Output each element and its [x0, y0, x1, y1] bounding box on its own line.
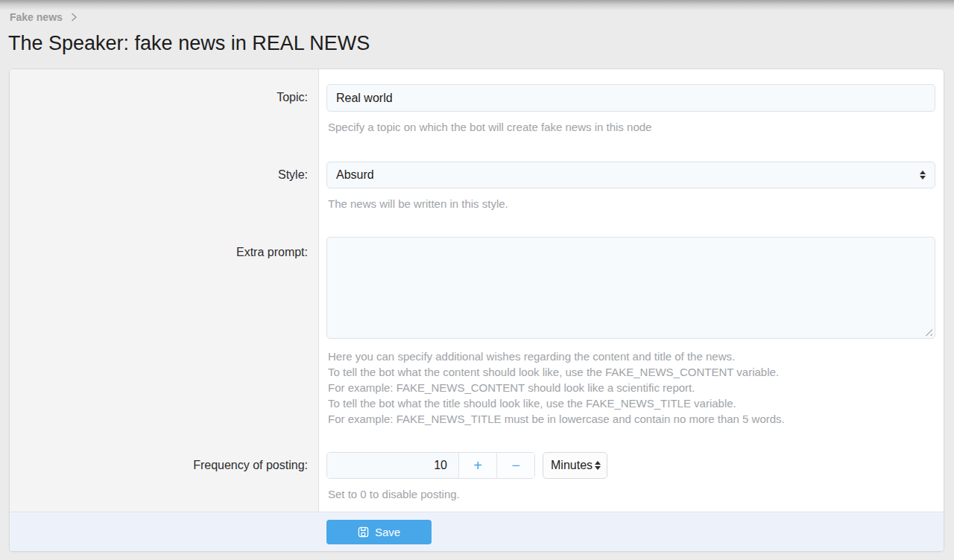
- save-button-label: Save: [375, 526, 400, 538]
- minus-icon: −: [511, 458, 520, 473]
- label-sidebar: Topic: Style: Extra prompt: Frequency of…: [10, 69, 319, 512]
- help-line: For example: FAKE_NEWS_TITLE must be in …: [328, 411, 935, 427]
- form-card: Topic: Style: Extra prompt: Frequency of…: [9, 69, 944, 552]
- extra-prompt-wrapper: [326, 237, 935, 339]
- help-line: Here you can specify additional wishes r…: [328, 349, 935, 364]
- frequency-help: Set to 0 to disable posting.: [328, 487, 935, 502]
- extra-prompt-textarea[interactable]: [327, 238, 935, 338]
- frequency-unit-value: Minutes: [551, 459, 593, 472]
- topic-input[interactable]: [326, 84, 935, 112]
- breadcrumb: Fake news: [10, 11, 78, 23]
- frequency-row: + − Minutes: [326, 452, 935, 479]
- style-help: The news will be written in this style.: [328, 197, 935, 211]
- top-shadow: [0, 0, 954, 10]
- save-icon: [358, 526, 369, 538]
- style-select[interactable]: Absurd: [326, 162, 935, 188]
- breadcrumb-chevron-icon: [71, 13, 78, 22]
- frequency-input[interactable]: [327, 453, 459, 478]
- increment-button[interactable]: +: [459, 453, 497, 478]
- extra-prompt-help: Here you can specify additional wishes r…: [328, 349, 935, 427]
- style-select-value: Absurd: [336, 168, 374, 182]
- plus-icon: +: [473, 458, 482, 473]
- save-button[interactable]: Save: [326, 520, 432, 544]
- frequency-unit-select[interactable]: Minutes: [543, 452, 607, 479]
- topic-help: Specify a topic on which the bot will cr…: [328, 120, 935, 135]
- help-line: To tell the bot what the content should …: [328, 364, 935, 380]
- form-footer: Save: [10, 512, 944, 551]
- select-arrows-icon: [595, 461, 601, 470]
- decrement-button[interactable]: −: [497, 453, 534, 478]
- breadcrumb-link-fake-news[interactable]: Fake news: [10, 11, 63, 23]
- topic-label: Topic:: [277, 91, 308, 104]
- form-body: Topic: Style: Extra prompt: Frequency of…: [10, 69, 944, 512]
- fields-column: Specify a topic on which the bot will cr…: [319, 69, 944, 512]
- help-line: For example: FAKE_NEWS_CONTENT should lo…: [328, 380, 935, 395]
- extra-prompt-label: Extra prompt:: [236, 246, 308, 259]
- frequency-input-group: + −: [326, 452, 535, 479]
- select-arrows-icon: [920, 171, 926, 179]
- frequency-label: Frequency of posting:: [193, 459, 308, 472]
- page-title: The Speaker: fake news in REAL NEWS: [8, 32, 370, 55]
- help-line: To tell the bot what the title should lo…: [328, 395, 935, 411]
- style-label: Style:: [278, 168, 308, 182]
